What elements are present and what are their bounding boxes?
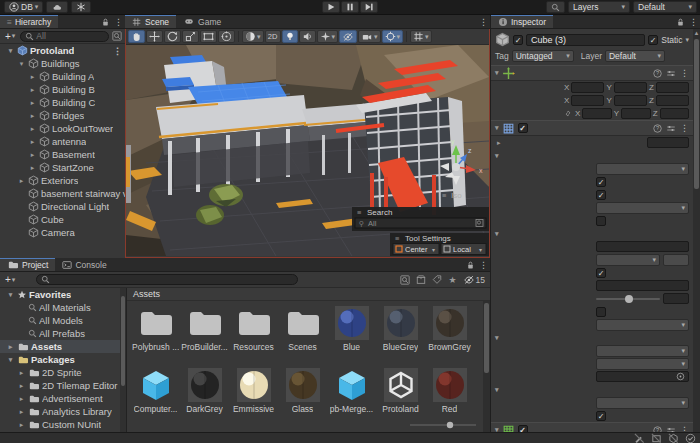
asset-probuilder-[interactable]: ProBuilder... bbox=[180, 304, 229, 366]
hierarchy-item-directional-light[interactable]: Directional Light bbox=[0, 200, 125, 213]
star-icon[interactable]: ★ bbox=[448, 275, 456, 285]
asset-glass[interactable]: Glass bbox=[278, 366, 327, 428]
transform-tool[interactable] bbox=[218, 30, 235, 43]
project-item-all-materials[interactable]: All Materials bbox=[0, 301, 126, 314]
x-field[interactable] bbox=[582, 108, 611, 119]
hierarchy-item-cube[interactable]: Cube bbox=[0, 213, 125, 226]
component-header-mesh-renderer[interactable]: ▾ ✓ ? ⋮ bbox=[491, 120, 693, 136]
foldout-lighting[interactable]: ▾ bbox=[491, 149, 693, 162]
link-icon[interactable] bbox=[564, 109, 572, 118]
layer-dropdown[interactable]: Default▾ bbox=[605, 50, 665, 62]
checkbox[interactable]: ✓ bbox=[518, 123, 528, 133]
expand-arrow-icon[interactable]: ▸ bbox=[497, 139, 501, 147]
tab-scene[interactable]: Scene bbox=[125, 15, 176, 28]
expand-arrow-icon[interactable]: ▸ bbox=[28, 164, 37, 172]
active-checkbox[interactable]: ✓ bbox=[513, 35, 523, 45]
checkbox[interactable]: ✓ bbox=[596, 177, 606, 187]
create-asset-button[interactable]: + ▾ bbox=[3, 274, 17, 285]
static-checkbox[interactable]: ✓ bbox=[648, 35, 658, 45]
reflection-probes-dropdown[interactable]: ▾ bbox=[596, 358, 689, 370]
lock-icon[interactable] bbox=[101, 17, 110, 27]
project-item-packages[interactable]: ▾ Packages bbox=[0, 353, 126, 366]
asset-blue[interactable]: Blue bbox=[327, 304, 376, 366]
hierarchy-item-buildings[interactable]: ▾ Buildings bbox=[0, 57, 125, 70]
expand-arrow-icon[interactable]: ▸ bbox=[17, 395, 26, 403]
cast-shadows-dropdown[interactable]: ▾ bbox=[596, 163, 689, 175]
anchor-override-field[interactable] bbox=[596, 371, 689, 382]
object-picker-icon[interactable] bbox=[676, 372, 685, 381]
project-tree-scrollbar[interactable] bbox=[120, 288, 126, 432]
cube-off-icon[interactable] bbox=[668, 433, 679, 443]
layout-dropdown[interactable]: Default ▾ bbox=[633, 1, 697, 13]
expand-arrow-icon[interactable]: ▸ bbox=[6, 343, 15, 351]
expand-arrow-icon[interactable]: ▸ bbox=[28, 86, 37, 94]
lightmap-parameters-dropdown[interactable]: ▾ bbox=[596, 254, 660, 266]
kebab-menu-icon[interactable]: ⋮ bbox=[479, 260, 488, 270]
z-field[interactable] bbox=[656, 82, 689, 93]
tab-hierarchy[interactable]: ≡ Hierarchy bbox=[0, 15, 58, 28]
checkbox[interactable] bbox=[596, 307, 606, 317]
object-name-field[interactable]: Cube (3) bbox=[526, 34, 645, 46]
materials-count-field[interactable] bbox=[647, 137, 689, 148]
assets-scrollbar[interactable] bbox=[483, 301, 490, 432]
x-field[interactable] bbox=[571, 95, 604, 106]
receive-global-illu-dropdown[interactable]: ▾ bbox=[596, 202, 689, 214]
scene-viewport[interactable]: y x z ≡ Iso ≡ Search ⚲ Al bbox=[126, 45, 489, 256]
hand-tool[interactable] bbox=[128, 30, 145, 43]
preset-icon[interactable] bbox=[666, 124, 676, 133]
grid-settings[interactable]: ▾ bbox=[410, 30, 432, 43]
expand-arrow-icon[interactable]: ▸ bbox=[17, 177, 26, 185]
foldout-probes[interactable]: ▾ bbox=[491, 331, 693, 344]
kebab-menu-icon[interactable]: ⋮ bbox=[114, 17, 123, 27]
hierarchy-item-antenna[interactable]: ▸ antenna bbox=[0, 135, 125, 148]
y-field[interactable] bbox=[621, 108, 650, 119]
scene-visibility[interactable] bbox=[339, 30, 357, 43]
expand-arrow-icon[interactable]: ▸ bbox=[28, 112, 37, 120]
view-button[interactable] bbox=[663, 254, 689, 266]
cloud-button[interactable] bbox=[46, 1, 68, 13]
expand-arrow-icon[interactable]: ▸ bbox=[28, 151, 37, 159]
hierarchy-item-building-b[interactable]: ▸ Building B bbox=[0, 83, 125, 96]
kebab-menu-icon[interactable]: ⋮ bbox=[113, 46, 125, 56]
mode-2d[interactable]: 2D bbox=[265, 30, 281, 43]
effects-toggle[interactable]: ▾ bbox=[317, 30, 339, 43]
hierarchy-item-lookouttower[interactable]: ▸ LookOutTower bbox=[0, 122, 125, 135]
orientation-mode-dropdown[interactable]: Local ▾ bbox=[441, 244, 486, 255]
tab-game[interactable]: Game bbox=[176, 15, 228, 28]
hierarchy-item-camera[interactable]: Camera bbox=[0, 226, 125, 239]
checkbox[interactable]: ✓ bbox=[596, 190, 606, 200]
component-header-mesh-collider[interactable]: ▾ ✓ ? ⋮ bbox=[491, 422, 693, 432]
checkbox[interactable]: ✓ bbox=[518, 425, 528, 432]
project-item-all-models[interactable]: All Models bbox=[0, 314, 126, 327]
kebab-menu-icon[interactable]: ⋮ bbox=[680, 68, 689, 78]
hierarchy-item-bridges[interactable]: ▸ Bridges bbox=[0, 109, 125, 122]
component-header-transform[interactable]: ▾ ? ⋮ bbox=[491, 65, 693, 81]
expand-arrow-icon[interactable]: ▾ bbox=[6, 47, 15, 55]
hierarchy-item-protoland[interactable]: ▾ Protoland ⋮ bbox=[0, 44, 125, 57]
max-distance-field[interactable] bbox=[596, 280, 689, 291]
move-tool[interactable] bbox=[146, 30, 163, 43]
asset-scenes[interactable]: Scenes bbox=[278, 304, 327, 366]
light-probes-dropdown[interactable]: ▾ bbox=[596, 345, 689, 357]
editor-search-button[interactable] bbox=[546, 1, 565, 13]
project-item-favorites[interactable]: ▾ Favorites bbox=[0, 288, 126, 301]
audio-toggle[interactable] bbox=[299, 30, 316, 43]
check-circle-icon[interactable] bbox=[685, 433, 696, 443]
pivot-mode-dropdown[interactable]: Center ▾ bbox=[393, 244, 439, 255]
asset-resources[interactable]: Resources bbox=[229, 304, 278, 366]
camera-settings[interactable]: ▾ bbox=[358, 30, 381, 43]
expand-arrow-icon[interactable]: ▸ bbox=[17, 382, 26, 390]
account-button[interactable]: DB ▾ bbox=[4, 1, 43, 13]
thumbnail-size-slider[interactable] bbox=[408, 421, 478, 429]
y-field[interactable] bbox=[614, 82, 647, 93]
assets-breadcrumb[interactable]: Assets bbox=[127, 288, 490, 301]
collab-button[interactable] bbox=[71, 1, 91, 13]
project-item-analytics-library[interactable]: ▸ Analytics Library bbox=[0, 405, 126, 418]
z-field[interactable] bbox=[660, 108, 689, 119]
expand-arrow-icon[interactable]: ▸ bbox=[28, 125, 37, 133]
hierarchy-item-building-a[interactable]: ▸ Building A bbox=[0, 70, 125, 83]
asset-bluegrey[interactable]: BlueGrey bbox=[376, 304, 425, 366]
kebab-menu-icon[interactable]: ⋮ bbox=[680, 425, 689, 432]
search-by-label-icon[interactable] bbox=[432, 275, 442, 285]
y-field[interactable] bbox=[614, 95, 647, 106]
